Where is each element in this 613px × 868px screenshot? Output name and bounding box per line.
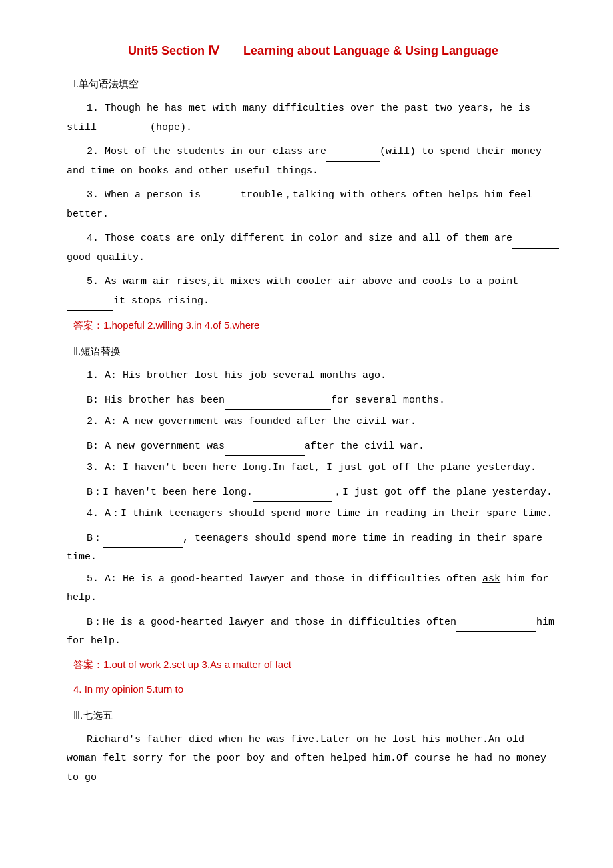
q1-text-after: (hope). [150, 122, 192, 133]
section-2-answer-2: 4. In my opinion 5.turn to [73, 680, 560, 698]
q4-text-before: Those coats are only different in color … [105, 233, 512, 244]
section-3-paragraph: Richard's father died when he was five.L… [67, 731, 560, 788]
pair-1-a-end: several months ago. [267, 370, 386, 381]
section-3-heading: Ⅲ.七选五 [73, 706, 560, 724]
pair-5-a: 5. A: He is a good-hearted lawyer and th… [67, 570, 560, 608]
pair-1-a-num: 1. A: His brother [87, 370, 195, 381]
q3-text-before: When a person is [105, 189, 201, 201]
pair-3-a-end: , I just got off the plane yesterday. [314, 462, 536, 473]
pair-5-b-blank [456, 631, 536, 632]
pair-3-b: B：I haven't been here long.，I just got o… [67, 483, 560, 503]
pair-1-a: 1. A: His brother lost his job several m… [67, 367, 560, 386]
pair-2-a-num: 2. A: A new government was [87, 416, 249, 427]
q5-text-after: it stops rising. [113, 295, 209, 307]
pair-2-a: 2. A: A new government was founded after… [67, 413, 560, 432]
pair-2-b-text: B: A new government was [87, 441, 225, 452]
question-4: 4. Those coats are only different in col… [67, 229, 560, 267]
section-1-answer: 答案：1.hopeful 2.willing 3.in 4.of 5.where [73, 316, 560, 334]
pair-3: 3. A: I haven't been here long.In fact, … [67, 459, 560, 502]
pair-1-b: B: His brother has beenfor several month… [67, 391, 560, 411]
q5-text-before: As warm air rises,it mixes with cooler a… [105, 276, 518, 287]
section-1-heading: Ⅰ.单句语法填空 [73, 75, 560, 93]
q1-blank [97, 137, 150, 137]
q5-num: 5. [87, 276, 99, 287]
q4-num: 4. [87, 233, 105, 244]
pair-1-a-underline: lost his job [195, 370, 267, 381]
pair-4-a: 4. A：I think teenagers should spend more… [67, 505, 560, 524]
pair-4-b: B：, teenagers should spend more time in … [67, 529, 560, 567]
pair-4-b-blank [103, 547, 183, 548]
q3-num: 3. [87, 189, 105, 201]
pair-5-a-num: 5. A: He is a good-hearted lawyer and th… [87, 573, 482, 585]
pair-5: 5. A: He is a good-hearted lawyer and th… [67, 570, 560, 651]
pair-2-b-end: after the civil war. [305, 441, 424, 452]
q1-num: 1. [87, 103, 105, 114]
pair-3-a: 3. A: I haven't been here long.In fact, … [67, 459, 560, 478]
question-5: 5. As warm air rises,it mixes with coole… [67, 273, 560, 311]
pair-1: 1. A: His brother lost his job several m… [67, 367, 560, 410]
pair-5-b: B：He is a good-hearted lawyer and those … [67, 613, 560, 651]
section-1: Ⅰ.单句语法填空 1. Though he has met with many … [67, 75, 560, 334]
pair-3-b-end: ，I just got off the plane yesterday. [332, 487, 552, 498]
section-3: Ⅲ.七选五 Richard's father died when he was … [67, 706, 560, 788]
pair-4-a-num: 4. A： [87, 508, 121, 519]
q4-blank [512, 248, 559, 249]
pair-2-a-end: after the civil war. [291, 416, 416, 427]
section-2-answer-1: 答案：1.out of work 2.set up 3.As a matter … [73, 655, 560, 673]
pair-1-b-end: for several months. [331, 395, 445, 406]
pair-4: 4. A：I think teenagers should spend more… [67, 505, 560, 567]
question-1: 1. Though he has met with many difficult… [67, 99, 560, 137]
pair-1-b-text: B: His brother has been [87, 395, 225, 406]
q2-num: 2. [87, 146, 105, 157]
q1-text-before: Though he has met with many difficulties… [67, 103, 530, 133]
question-3: 3. When a person istrouble，talking with … [67, 186, 560, 224]
page-title: Unit5 Section Ⅳ Learning about Language … [67, 40, 560, 61]
pair-4-b-text: B： [87, 533, 103, 544]
section-2-heading: Ⅱ.短语替换 [73, 342, 560, 360]
pair-3-b-text: B：I haven't been here long. [87, 487, 253, 498]
q3-blank [201, 205, 241, 205]
pair-3-a-num: 3. A: I haven't been here long. [87, 462, 273, 473]
pair-3-b-blank [253, 501, 332, 502]
pair-2: 2. A: A new government was founded after… [67, 413, 560, 456]
q2-blank [326, 161, 380, 162]
section-2: Ⅱ.短语替换 1. A: His brother lost his job se… [67, 342, 560, 698]
pair-4-a-end: teenagers should spend more time in read… [163, 508, 552, 519]
pair-1-b-blank [225, 409, 331, 410]
question-2: 2. Most of the students in our class are… [67, 143, 560, 181]
pair-2-b-blank [225, 455, 305, 456]
q2-text-before: Most of the students in our class are [105, 146, 326, 157]
pair-4-a-underline: I think [121, 508, 163, 519]
pair-3-a-underline: In fact [273, 462, 314, 473]
pair-5-a-underline: ask [482, 573, 500, 585]
pair-5-b-text: B：He is a good-hearted lawyer and those … [87, 617, 456, 628]
pair-2-b: B: A new government wasafter the civil w… [67, 437, 560, 457]
q4-text-after: good quality. [67, 252, 145, 263]
pair-2-a-underline: founded [249, 416, 291, 427]
q5-blank [67, 310, 113, 311]
